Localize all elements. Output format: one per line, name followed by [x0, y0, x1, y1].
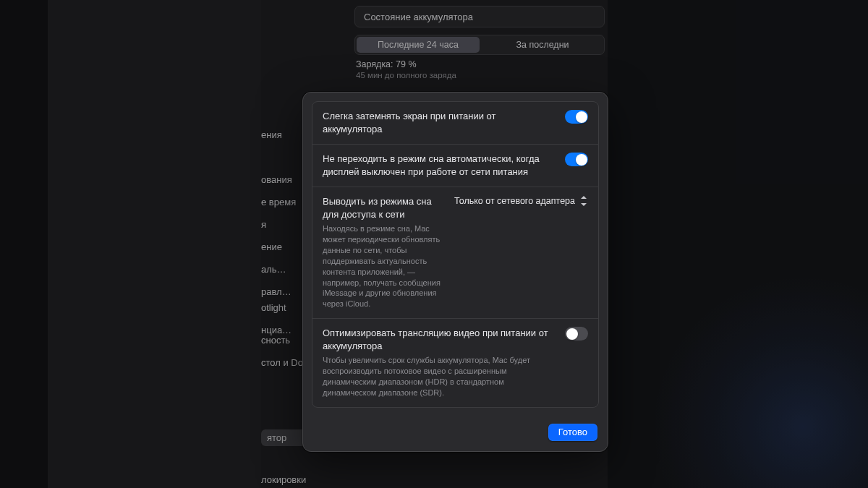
- options-panel: Слегка затемнять экран при питании от ак…: [312, 101, 599, 408]
- chevron-updown-icon: [579, 195, 588, 207]
- toggle-prevent-sleep[interactable]: [565, 153, 588, 166]
- energy-options-dialog: Слегка затемнять экран при питании от ак…: [302, 92, 608, 452]
- toggle-dim-display[interactable]: [565, 110, 588, 124]
- select-value: Только от сетевого адаптера: [454, 196, 575, 206]
- dialog-footer: Готово: [303, 416, 608, 451]
- row-prevent-sleep: Не переходить в режим сна автоматически,…: [312, 144, 598, 187]
- row-dim-display: Слегка затемнять экран при питании от ак…: [312, 102, 598, 144]
- row-desc: Находясь в режиме сна, Mac может периоди…: [323, 223, 444, 309]
- row-title: Выводить из режима сна для доступа к сет…: [323, 195, 444, 221]
- row-title: Не переходить в режим сна автоматически,…: [323, 153, 555, 178]
- row-title: Оптимизировать трансляцию видео при пита…: [323, 327, 555, 352]
- wake-network-select[interactable]: Только от сетевого адаптера: [454, 195, 588, 207]
- row-desc: Чтобы увеличить срок службы аккумулятора…: [323, 355, 555, 398]
- toggle-optimize-video[interactable]: [565, 327, 588, 341]
- done-button[interactable]: Готово: [548, 424, 597, 441]
- row-title: Слегка затемнять экран при питании от ак…: [323, 110, 555, 135]
- row-wake-for-network: Выводить из режима сна для доступа к сет…: [312, 187, 598, 318]
- app-window: ения ования е время я ение аль… равл… ot…: [0, 0, 868, 488]
- row-optimize-video: Оптимизировать трансляцию видео при пита…: [312, 318, 598, 406]
